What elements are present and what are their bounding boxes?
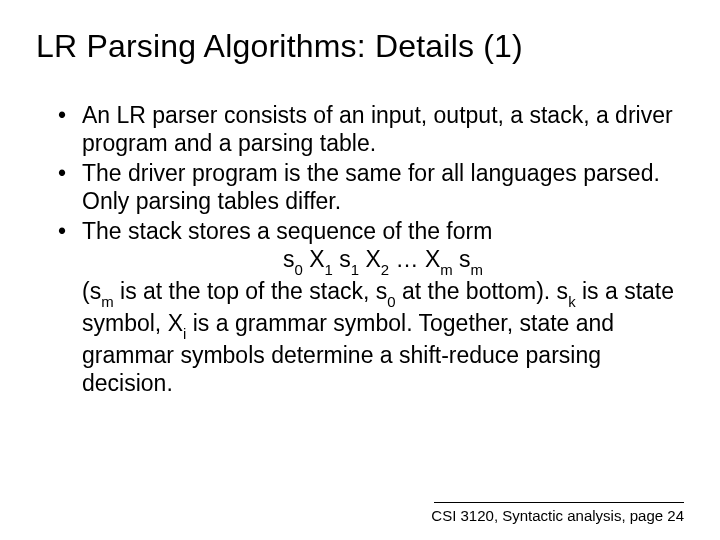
seq-x1: X bbox=[309, 246, 324, 272]
bullet-2: The driver program is the same for all l… bbox=[64, 159, 684, 215]
seq-x2: X bbox=[365, 246, 380, 272]
seq-s0: s bbox=[283, 246, 295, 272]
b3-part-c: at the bottom). s bbox=[396, 278, 569, 304]
b3-part-c-sub: k bbox=[568, 293, 575, 310]
footer-text: CSI 3120, Syntactic analysis, page 24 bbox=[431, 507, 684, 524]
b3-part-b: is at the top of the stack, s bbox=[114, 278, 388, 304]
seq-dots: … bbox=[389, 246, 425, 272]
stack-sequence: s0 X1 s1 X2 … Xm sm bbox=[82, 245, 684, 277]
b3-part-a-sub: m bbox=[101, 293, 113, 310]
seq-x2-sub: 2 bbox=[381, 261, 389, 278]
seq-s1-sub: 1 bbox=[351, 261, 359, 278]
seq-x1-sub: 1 bbox=[325, 261, 333, 278]
slide: LR Parsing Algorithms: Details (1) An LR… bbox=[0, 0, 720, 540]
bullet-3-line1: The stack stores a sequence of the form bbox=[82, 218, 492, 244]
seq-sm-sub: m bbox=[471, 261, 483, 278]
bullet-list: An LR parser consists of an input, outpu… bbox=[36, 101, 684, 397]
slide-title: LR Parsing Algorithms: Details (1) bbox=[36, 28, 684, 65]
b3-part-b-sub: 0 bbox=[387, 293, 395, 310]
seq-xm-sub: m bbox=[440, 261, 452, 278]
seq-xm: X bbox=[425, 246, 440, 272]
b3-part-d-sub: i bbox=[183, 325, 186, 342]
slide-footer: CSI 3120, Syntactic analysis, page 24 bbox=[431, 502, 684, 524]
bullet-3: The stack stores a sequence of the form … bbox=[64, 217, 684, 397]
b3-part-a: (s bbox=[82, 278, 101, 304]
footer-rule bbox=[434, 502, 684, 503]
bullet-1: An LR parser consists of an input, outpu… bbox=[64, 101, 684, 157]
seq-sm: s bbox=[459, 246, 471, 272]
seq-s1: s bbox=[339, 246, 351, 272]
seq-s0-sub: 0 bbox=[294, 261, 302, 278]
